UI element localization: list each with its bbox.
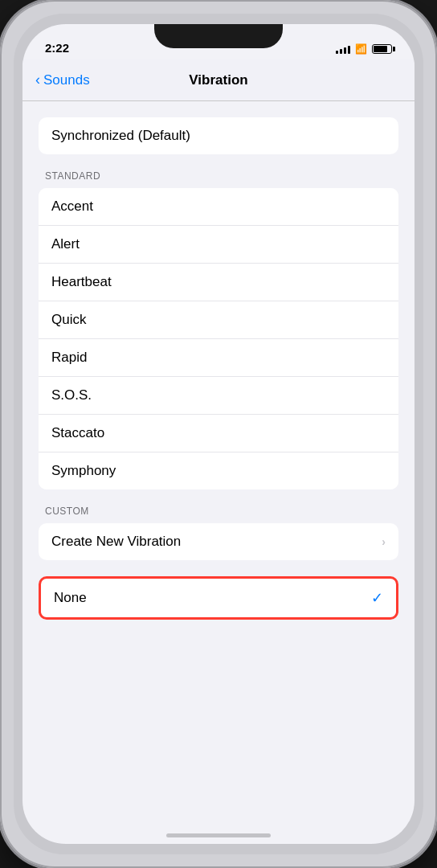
standard-list-group: Accent Alert Heartbeat Quick Rapid [39, 188, 398, 489]
synchronized-list-group: Synchronized (Default) [39, 117, 398, 154]
content-area: Synchronized (Default) STANDARD Accent A… [22, 101, 415, 844]
create-chevron-icon: › [382, 535, 386, 548]
synchronized-item-label: Synchronized (Default) [51, 128, 190, 144]
list-item-sos[interactable]: S.O.S. [39, 377, 398, 415]
list-item-quick[interactable]: Quick [39, 301, 398, 339]
list-item-accent-label: Accent [51, 199, 93, 215]
list-item-alert-label: Alert [51, 236, 80, 252]
notch [154, 24, 283, 48]
custom-list-group: Create New Vibration › [39, 523, 398, 560]
battery-icon [372, 44, 392, 54]
custom-section: CUSTOM Create New Vibration › [22, 506, 415, 560]
synchronized-item[interactable]: Synchronized (Default) [39, 117, 398, 154]
page-title: Vibration [189, 72, 247, 88]
synchronized-section: Synchronized (Default) [22, 117, 415, 154]
none-item-label: None [54, 590, 87, 606]
back-chevron-icon: ‹ [35, 72, 40, 88]
phone-frame: 2:22 📶 ‹ So [0, 0, 437, 868]
list-item-rapid[interactable]: Rapid [39, 339, 398, 377]
list-item-heartbeat-label: Heartbeat [51, 274, 112, 290]
create-new-vibration-item[interactable]: Create New Vibration › [39, 523, 398, 560]
status-time: 2:22 [45, 41, 69, 55]
nav-bar: ‹ Sounds Vibration [22, 59, 415, 101]
screen: 2:22 📶 ‹ So [22, 24, 415, 844]
checkmark-icon: ✓ [371, 589, 383, 607]
list-item-staccato-label: Staccato [51, 425, 104, 441]
none-item[interactable]: None ✓ [39, 576, 398, 620]
create-new-vibration-label: Create New Vibration [51, 534, 181, 550]
phone-inner: 2:22 📶 ‹ So [14, 14, 423, 854]
list-item-sos-label: S.O.S. [51, 387, 92, 403]
signal-icon [336, 44, 350, 54]
list-item-quick-label: Quick [51, 312, 86, 328]
standard-section: STANDARD Accent Alert Heartbeat Quick [22, 170, 415, 489]
custom-section-label: CUSTOM [22, 506, 415, 523]
standard-section-label: STANDARD [22, 170, 415, 188]
list-item-alert[interactable]: Alert [39, 226, 398, 264]
home-indicator [166, 833, 271, 837]
list-item-accent[interactable]: Accent [39, 188, 398, 226]
list-item-symphony-label: Symphony [51, 463, 116, 479]
none-section: None ✓ [39, 576, 398, 620]
back-label: Sounds [43, 72, 90, 88]
list-item-rapid-label: Rapid [51, 350, 87, 366]
list-item-symphony[interactable]: Symphony [39, 452, 398, 489]
status-icons: 📶 [336, 43, 392, 55]
list-item-heartbeat[interactable]: Heartbeat [39, 264, 398, 301]
battery-fill [374, 46, 387, 52]
back-button[interactable]: ‹ Sounds [35, 72, 90, 88]
list-item-staccato[interactable]: Staccato [39, 415, 398, 452]
wifi-icon: 📶 [355, 43, 367, 55]
